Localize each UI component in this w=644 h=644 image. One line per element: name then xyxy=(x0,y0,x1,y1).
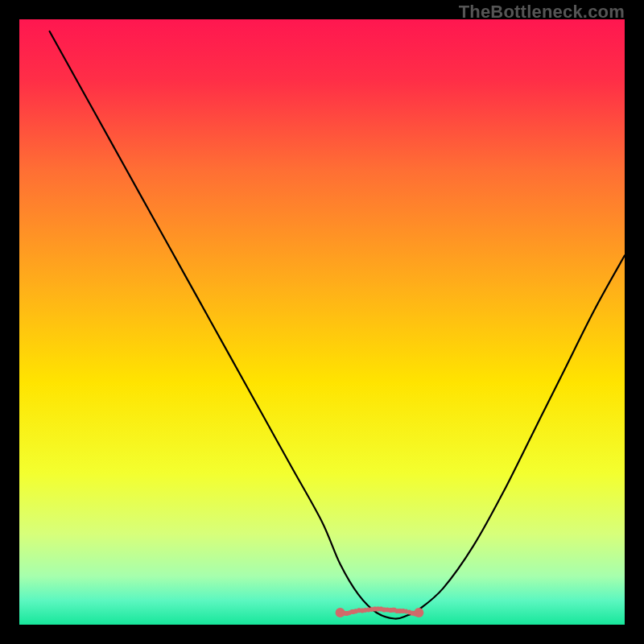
svg-rect-27 xyxy=(416,612,421,617)
chart-frame xyxy=(19,19,625,625)
gradient-background xyxy=(19,19,625,625)
watermark-text: TheBottleneck.com xyxy=(459,2,625,23)
svg-rect-23 xyxy=(405,609,408,614)
chart-svg xyxy=(19,19,625,625)
